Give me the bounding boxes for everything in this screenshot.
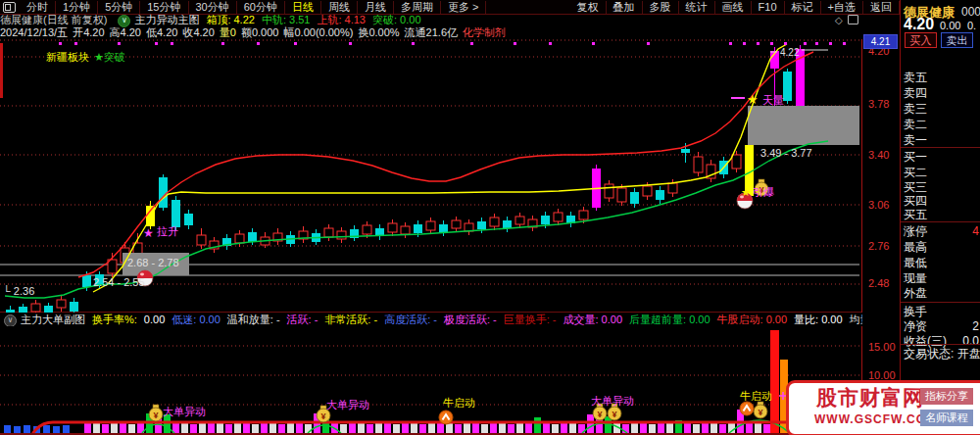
- row-label: 交易状态: 开盘: [904, 347, 980, 361]
- orderbook-row-卖五[interactable]: 卖五: [904, 71, 980, 84]
- candle-body: [248, 232, 257, 242]
- indicator-stat-0: 换手率%:: [92, 314, 137, 325]
- menu-period-6[interactable]: 日线: [285, 1, 321, 14]
- menu-tool-2[interactable]: 多股: [643, 1, 679, 14]
- row-value: 4: [972, 224, 979, 238]
- axis-label-5: 2.48: [868, 277, 898, 289]
- volume-bar: [455, 424, 462, 433]
- buy-button[interactable]: 买入: [905, 32, 937, 48]
- menu-period-4[interactable]: 30分钟: [189, 1, 237, 14]
- indicator-stat-3: 温和放量: -: [227, 314, 280, 325]
- signal-dot: [257, 42, 260, 45]
- volume-bar: [53, 426, 60, 433]
- panel-separator: [901, 147, 980, 148]
- menu-tool-4[interactable]: 画线: [715, 1, 752, 14]
- volume-bar: [84, 423, 91, 433]
- diamond-icon[interactable]: ◇: [835, 15, 843, 25]
- volume-bar: [419, 424, 426, 433]
- volume-subchart[interactable]: ¥¥¥¥¥大单异动大单异动牛启动大单异动牛启动: [0, 327, 862, 435]
- candle-body: [235, 234, 244, 243]
- window-mini-icon[interactable]: [848, 15, 858, 24]
- main-candlestick-chart[interactable]: ¥新疆板块★突破2.68 - 2.782.54 - 2.55└ 2.363.49…: [0, 39, 862, 314]
- volume-bar: [358, 423, 365, 433]
- main-indicator-values: 箱顶: 4.22中轨: 3.51上轨: 4.13突破: 0.00: [206, 14, 427, 25]
- candle-body: [57, 300, 66, 308]
- signal-dot: [59, 42, 62, 45]
- volume-bar: [278, 424, 285, 433]
- sell-button[interactable]: 卖出: [941, 32, 973, 48]
- menu-period-1[interactable]: 1分钟: [56, 1, 98, 14]
- menu-tool-7[interactable]: +自选: [821, 1, 863, 14]
- orderbook-row-买四[interactable]: 买四: [904, 194, 980, 208]
- candle-body: [452, 220, 461, 228]
- candle-body: [363, 225, 371, 234]
- chart-annotation: 引爆: [753, 186, 774, 198]
- menu-tool-0[interactable]: 复权: [570, 1, 607, 14]
- menu-period-0[interactable]: 分时: [20, 1, 56, 14]
- menu-period-2[interactable]: 5分钟: [98, 1, 140, 14]
- candle-body: [82, 275, 91, 287]
- orderbook-row-卖二[interactable]: 卖二: [904, 118, 980, 131]
- signal-dot: [349, 42, 352, 45]
- menu-period-5[interactable]: 60分钟: [237, 1, 285, 14]
- left-accent-bar: [0, 43, 3, 98]
- candle-body: [184, 214, 193, 225]
- candle-body: [31, 304, 40, 312]
- volume-bar: [24, 425, 30, 433]
- volume-bar: [208, 422, 215, 433]
- chart-annotation: 拉升: [157, 225, 178, 237]
- candle-body: [732, 155, 741, 169]
- bull-start-arrow-icon: [439, 411, 453, 424]
- candle-body: [681, 149, 690, 153]
- sub-indicator-name[interactable]: 主力大单副图: [21, 314, 85, 325]
- window-icon[interactable]: [3, 2, 16, 13]
- indicator-stat-8: 巨量换手: -: [504, 314, 557, 325]
- orderbook-row-买二[interactable]: 买二: [904, 166, 980, 179]
- orderbook-row-买一[interactable]: 买一: [904, 150, 980, 164]
- row-label: 现量: [904, 271, 927, 285]
- orderbook-row-卖三[interactable]: 卖三: [904, 102, 980, 116]
- signal-dot: [804, 42, 807, 45]
- quote-panel: 德展健康 0008 4.20 0.00 0. 买入 卖出 卖五卖四卖三卖二卖一买…: [901, 0, 980, 435]
- menu-period-8[interactable]: 月线: [358, 1, 394, 14]
- watermark-banner: 股市财富网 WWW.GSCFW.COM 指标分享 名师课程: [786, 380, 980, 435]
- menu-period-9[interactable]: 多周期: [394, 1, 441, 14]
- menu-period-10[interactable]: 更多 >: [441, 1, 486, 14]
- orderbook-row-卖四[interactable]: 卖四: [904, 86, 980, 100]
- volume-bar: [508, 424, 514, 433]
- title-row-icons: ◇: [835, 14, 858, 26]
- row-label: 买一: [904, 150, 927, 164]
- signal-dot: [843, 42, 846, 45]
- indicator-stat-2: 低迷: 0.00: [172, 314, 220, 325]
- menu-tool-6[interactable]: 标记: [785, 1, 821, 14]
- watermark-url: WWW.GSCFW.COM: [814, 412, 937, 426]
- volume-bar: [543, 423, 550, 433]
- signal-dot: [757, 42, 760, 45]
- menu-period-3[interactable]: 15分钟: [140, 1, 188, 14]
- price-change-pct: 0.: [967, 20, 976, 31]
- signal-dot: [815, 42, 818, 45]
- indicator-collapse-icon[interactable]: ∨: [118, 15, 130, 27]
- axis-label-3: 3.06: [868, 199, 898, 211]
- watermark-title: 股市财富网: [816, 384, 924, 411]
- menu-tool-5[interactable]: F10: [752, 1, 785, 14]
- menu-period-7[interactable]: 周线: [321, 1, 358, 14]
- orderbook-row-买三[interactable]: 买三: [904, 180, 980, 194]
- menu-tool-1[interactable]: 叠加: [607, 1, 643, 14]
- orderbook-row-买五[interactable]: 买五: [904, 208, 980, 221]
- volume-bar: [190, 424, 197, 433]
- row-label: 卖五: [904, 71, 927, 84]
- menu-tool-8[interactable]: 返回: [863, 1, 900, 14]
- sub-collapse-icon[interactable]: ∨: [4, 314, 17, 326]
- chart-annotation: ★: [747, 92, 759, 107]
- volume-bar: [120, 422, 126, 433]
- volume-bar: [770, 330, 779, 433]
- row-label: 买四: [904, 194, 927, 208]
- candle-body: [605, 184, 613, 198]
- orderbook-row-卖一[interactable]: 卖一: [904, 133, 980, 147]
- menu-tool-3[interactable]: 统计: [679, 1, 715, 14]
- volume-bar: [43, 425, 50, 433]
- volume-bar: [472, 423, 479, 433]
- main-indicator-name[interactable]: 主力异动主图: [134, 14, 199, 25]
- row-label: 最高: [904, 240, 927, 254]
